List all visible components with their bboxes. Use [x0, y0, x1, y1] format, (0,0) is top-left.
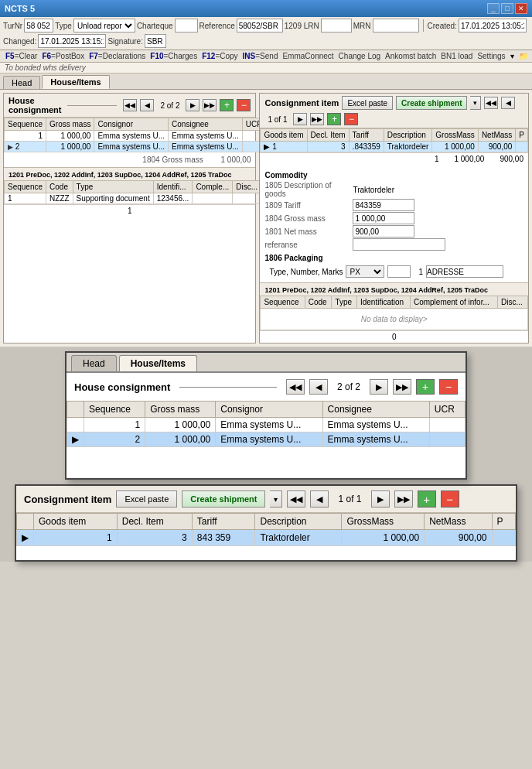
table-row[interactable]: 1 1 000,00 Emma systems U... Emma system… [67, 418, 466, 432]
separator1 [423, 19, 424, 32]
field-code-1801: 1801 Net mass [264, 227, 350, 236]
zoom-ci-nav-last[interactable]: ▶▶ [394, 490, 413, 508]
zoom-create-dropdown[interactable]: ▾ [270, 490, 282, 508]
docs-right-header: 1201 PreDoc, 1202 AddInf, 1203 SupDoc, 1… [260, 282, 528, 296]
zoom-nav-last[interactable]: ▶▶ [393, 379, 411, 395]
pkg-type-select[interactable]: PX [346, 265, 384, 278]
mrn-input[interactable] [373, 19, 419, 32]
f6-postbox[interactable]: F6=PostBox [39, 51, 87, 61]
zoom-house-panel: Head House/Items House consignment ◀◀ ◀ … [65, 351, 467, 480]
table-row[interactable]: ▶ 1 3 843 359 Traktordeler 1 000,00 900,… [17, 530, 516, 546]
table-row[interactable]: ▶ 1 3 .843359 Traktordeler 1 000,00 900,… [261, 142, 528, 152]
tariff-input[interactable] [353, 199, 414, 211]
house-add-btn[interactable]: + [220, 99, 234, 111]
field-code-1805: 1805 Description of goods [264, 181, 350, 198]
settings-dropdown[interactable]: ▾ [508, 51, 517, 61]
changed-input[interactable] [38, 34, 106, 48]
created-input[interactable] [459, 19, 527, 32]
ci-del-btn[interactable]: − [344, 113, 358, 125]
table-row[interactable]: ▶ 2 1 000,00 Emma systems U... Emma syst… [5, 142, 266, 152]
change-log[interactable]: Change Log [336, 51, 384, 61]
zoom-tab-head[interactable]: Head [71, 355, 117, 371]
type-select[interactable]: Unload report [73, 19, 135, 32]
ci-header: Consignment item Excel paste Create ship… [260, 94, 528, 128]
nav-last-btn[interactable]: ▶▶ [203, 99, 217, 111]
zoom-ci-del-btn[interactable]: − [441, 490, 459, 508]
ankomst-batch[interactable]: Ankomst batch [383, 51, 438, 61]
zoom-ci-add-btn[interactable]: + [418, 490, 436, 508]
zoom-excel-paste-btn[interactable]: Excel paste [116, 490, 177, 508]
ci-nav-first[interactable]: ◀◀ [484, 97, 498, 109]
table-row[interactable]: 1 1 000,00 Emma systems U... Emma system… [5, 131, 266, 142]
signature-input[interactable] [145, 34, 166, 48]
ci-add-btn[interactable]: + [327, 113, 341, 125]
turnr-input[interactable] [24, 19, 53, 32]
ci-nav-next[interactable]: ▶ [293, 113, 307, 125]
zoom-add-btn[interactable]: + [416, 379, 435, 395]
nav-next-btn[interactable]: ▶ [186, 99, 200, 111]
excel-paste-btn[interactable]: Excel paste [342, 96, 393, 110]
col-ucr: UCR [429, 402, 465, 418]
tab-house-items[interactable]: House/Items [42, 75, 109, 89]
zoom-create-shipment-btn[interactable]: Create shipment [182, 490, 265, 508]
gross-total-value: 1 000,00 [221, 156, 251, 164]
ci-nav-prev[interactable]: ◀ [501, 97, 515, 109]
zoom-tab-house-items[interactable]: House/Items [119, 355, 197, 371]
lrn-label: 1209 LRN [285, 22, 319, 30]
f5-clear[interactable]: F5=Clear [3, 51, 39, 61]
folder-icon[interactable]: 📁 [517, 51, 530, 61]
ins-send[interactable]: INS=Send [240, 51, 281, 61]
zoom-nav-first[interactable]: ◀◀ [286, 379, 305, 395]
f12-copy[interactable]: F12=Copy [200, 51, 240, 61]
ref-input[interactable] [353, 238, 445, 251]
table-row[interactable]: 1 NZZZ Supporting document 123456... [5, 193, 261, 204]
minimize-button[interactable]: _ [487, 3, 500, 14]
no-data-text: No data to display> [261, 309, 528, 330]
col-code: Code [46, 181, 73, 193]
gross-total-label: 1804 Gross mass [142, 156, 203, 164]
row-net: 900,00 [478, 142, 515, 152]
zoom-nav-prev[interactable]: ◀ [309, 379, 328, 395]
charteque-input[interactable] [175, 19, 198, 32]
zoom-del-btn[interactable]: − [439, 379, 458, 395]
create-shipment-btn[interactable]: Create shipment [396, 96, 467, 110]
row-gross: 1 000,00 [145, 432, 216, 447]
pkg-number-input[interactable] [387, 265, 411, 278]
row-consignee: Emma systems U... [169, 131, 243, 142]
bn1-load[interactable]: BN1 load [438, 51, 475, 61]
ci-nav-last[interactable]: ▶▶ [310, 113, 324, 125]
create-shipment-dropdown[interactable]: ▾ [470, 96, 481, 110]
row-decl: 3 [117, 530, 192, 546]
close-button[interactable]: ✕ [515, 3, 527, 14]
net-mass-input[interactable] [353, 225, 414, 238]
maximize-button[interactable]: □ [501, 3, 513, 14]
docs-left-header: 1201 PreDoc, 1202 AddInf, 1203 SupDoc, 1… [4, 167, 255, 180]
mrn-field: MRN [353, 19, 419, 32]
zoom-ci-nav-next[interactable]: ▶ [371, 490, 390, 508]
lrn-input[interactable] [321, 19, 352, 32]
gross-mass-input[interactable] [353, 212, 414, 224]
col-gross: GrossMass [432, 129, 479, 142]
settings[interactable]: Settings [475, 51, 507, 61]
pkg-address-input[interactable] [426, 265, 503, 278]
nav-first-btn[interactable]: ◀◀ [123, 99, 137, 111]
nav-prev-btn[interactable]: ◀ [140, 99, 154, 111]
col-ind [17, 514, 34, 530]
row-goods: ▶ 1 [261, 142, 307, 152]
f7-declarations[interactable]: F7=Declarations [87, 51, 148, 61]
docs-right-title: 1201 PreDoc, 1202 AddInf, 1203 SupDoc, 1… [264, 286, 487, 294]
f10-charges[interactable]: F10=Charges [148, 51, 200, 61]
row-seq: 2 [84, 432, 145, 447]
reference-input[interactable] [237, 19, 283, 32]
zoom-ci-nav-prev[interactable]: ◀ [310, 490, 329, 508]
table-row[interactable]: ▶ 2 1 000,00 Emma systems U... Emma syst… [67, 432, 466, 447]
col-net: NetMass [478, 129, 515, 142]
col-net: NetMass [425, 514, 492, 530]
house-del-btn[interactable]: − [237, 99, 251, 111]
row-consignor: Emma systems U... [216, 432, 322, 447]
col-gross: GrossMass [342, 514, 425, 530]
emma-connect[interactable]: EmmaConnect [280, 51, 336, 61]
tab-head[interactable]: Head [3, 76, 40, 89]
zoom-ci-nav-first[interactable]: ◀◀ [287, 490, 305, 508]
zoom-nav-next[interactable]: ▶ [370, 379, 388, 395]
